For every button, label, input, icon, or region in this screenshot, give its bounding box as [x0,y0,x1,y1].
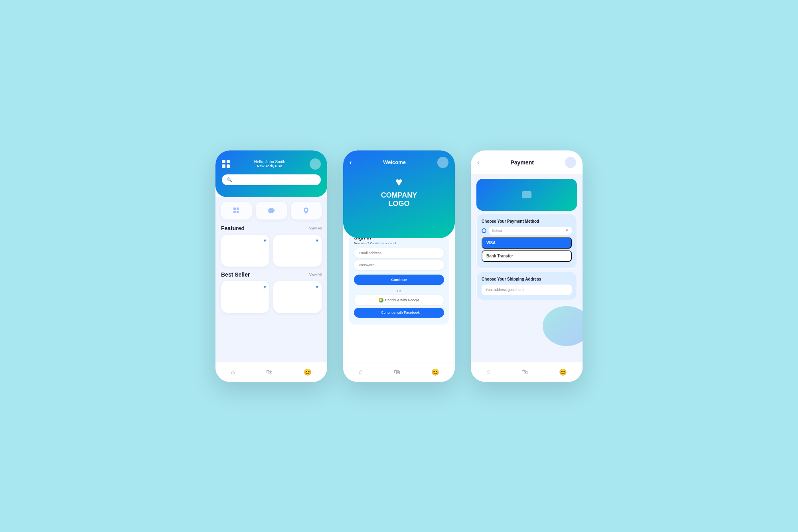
screen3-header: ‹ Payment [471,150,583,175]
google-signin-button[interactable]: G Continue with Google [354,295,444,306]
featured-card-2[interactable]: ♥ [273,235,322,267]
bag-nav-icon[interactable]: 🛍 [266,368,273,376]
screen1-body: Featured View All ♥ ♥ Best Seller View A… [215,197,327,362]
company-logo-area: ♥ COMPANY LOGO [381,175,417,208]
home-nav-icon-2[interactable]: ⌂ [359,368,363,376]
screen3-nav: ⌂ 🛍 😊 [471,362,583,382]
bestseller-card-2[interactable]: ♥ [273,281,322,313]
user-nav-icon[interactable]: 😊 [304,368,312,376]
facebook-btn-label: Continue with Facebook [381,310,420,314]
screen2-body: Sign in New user? Create an account Cont… [343,238,455,362]
payment-content: Choose Your Payment Method Select ▼ VISA… [471,179,583,300]
payment-method-section: Choose Your Payment Method Select ▼ VISA… [476,214,577,269]
user-nav-icon-2[interactable]: 😊 [431,368,439,376]
quick-actions [221,202,322,220]
screen2-nav: ⌂ 🛍 😊 [343,362,455,382]
screen-3-payment: ‹ Payment Choose Your Payment Method Sel… [471,150,583,382]
heart-logo-icon: ♥ [395,175,403,189]
bestseller-card-1[interactable]: ♥ [221,281,269,313]
avatar-3[interactable] [565,157,576,168]
search-bar[interactable]: 🔍 [222,174,321,185]
svg-rect-3 [237,211,239,213]
search-icon: 🔍 [227,177,232,182]
shipping-title: Choose Your Shipping Address [482,277,572,281]
screen2-header: ‹ Welcome ♥ COMPANY LOGO [343,150,455,238]
password-input[interactable] [354,260,444,270]
featured-section-header: Featured View All [221,225,322,231]
radio-button[interactable] [482,228,486,233]
chat-action-btn[interactable] [256,202,286,220]
screen1-topbar: Hello, John Smith New York, USA [222,158,321,170]
bag-nav-icon-3[interactable]: 🛍 [521,368,528,376]
shipping-section: Choose Your Shipping Address [476,272,577,300]
favorite-icon-3[interactable]: ♥ [263,284,266,290]
chevron-down-icon: ▼ [565,229,569,232]
screen-1-home: Hello, John Smith New York, USA 🔍 [215,150,327,382]
or-divider: Or [354,289,444,293]
svg-rect-2 [233,211,236,213]
bank-transfer-option[interactable]: Bank Transfer [482,250,572,262]
visa-option[interactable]: VISA [482,237,572,249]
back-button[interactable]: ‹ [350,159,352,166]
featured-card-1[interactable]: ♥ [221,235,269,267]
featured-view-all[interactable]: View All [309,226,322,230]
welcome-title: Welcome [383,159,406,165]
bag-nav-icon-2[interactable]: 🛍 [394,368,400,376]
bg-blob [543,306,583,346]
favorite-icon-4[interactable]: ♥ [316,284,318,290]
signin-form: Sign in New user? Create an account Cont… [349,238,449,325]
address-input[interactable] [482,285,572,295]
continue-button[interactable]: Continue [354,275,444,285]
home-nav-icon[interactable]: ⌂ [231,368,235,376]
company-logo-text: COMPANY LOGO [381,191,417,208]
new-user-text: New user? Create an account [354,241,444,245]
svg-rect-1 [237,208,239,210]
payment-title: Payment [510,159,533,166]
avatar[interactable] [310,158,321,170]
back-button-3[interactable]: ‹ [477,159,479,166]
facebook-icon: f [378,310,379,315]
favorite-icon-1[interactable]: ♥ [263,238,266,243]
create-account-link[interactable]: Create an account [370,241,396,245]
card-chip [522,191,531,198]
select-placeholder: Select [492,229,502,233]
screen3-body: Choose Your Payment Method Select ▼ VISA… [471,175,583,362]
greeting-text: Hello, John Smith [254,160,285,164]
bestseller-view-all[interactable]: View All [309,273,322,277]
user-nav-icon-3[interactable]: 😊 [559,368,567,376]
payment-method-title: Choose Your Payment Method [482,219,572,223]
featured-product-row: ♥ ♥ [221,235,322,267]
bestseller-section-header: Best Seller View All [221,271,322,278]
facebook-signin-button[interactable]: f Continue with Facebook [354,308,444,318]
bestseller-product-row: ♥ ♥ [221,281,322,313]
avatar-2[interactable] [437,157,448,168]
screen1-nav: ⌂ 🛍 😊 [215,362,327,382]
email-input[interactable] [354,248,444,258]
screen-2-signin: ‹ Welcome ♥ COMPANY LOGO Sign in New use… [343,150,455,382]
location-text: New York, USA [254,164,285,168]
location-action-btn[interactable] [291,202,322,220]
home-nav-icon-3[interactable]: ⌂ [486,368,490,376]
screen2-topbar: ‹ Welcome [350,157,448,168]
featured-title: Featured [221,225,245,231]
bestseller-title: Best Seller [221,271,250,278]
google-icon: G [379,298,383,303]
select-row: Select ▼ [482,227,572,235]
grid-action-btn[interactable] [221,202,252,220]
user-info: Hello, John Smith New York, USA [254,160,285,168]
payment-card-visual [476,179,577,211]
favorite-icon-2[interactable]: ♥ [316,238,318,243]
payment-select-dropdown[interactable]: Select ▼ [489,227,572,235]
signin-title: Sign in [354,238,444,241]
grid-menu-icon[interactable] [222,160,230,168]
screen1-header: Hello, John Smith New York, USA 🔍 [215,150,327,197]
google-btn-label: Continue with Google [385,298,419,302]
svg-rect-0 [233,208,236,210]
